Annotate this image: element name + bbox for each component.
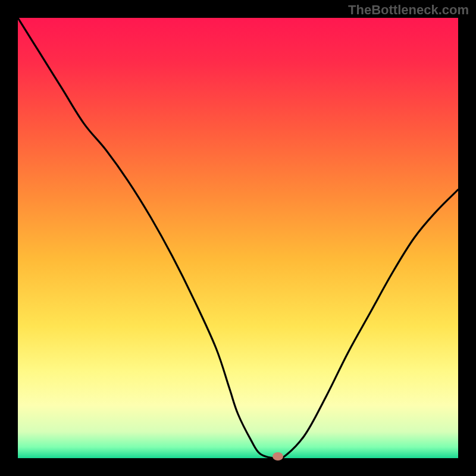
watermark-text: TheBottleneck.com [348, 2, 469, 18]
plot-area [18, 18, 458, 458]
bottleneck-curve [18, 18, 458, 458]
chart-container: TheBottleneck.com [0, 0, 476, 476]
optimal-point-marker [273, 452, 283, 461]
